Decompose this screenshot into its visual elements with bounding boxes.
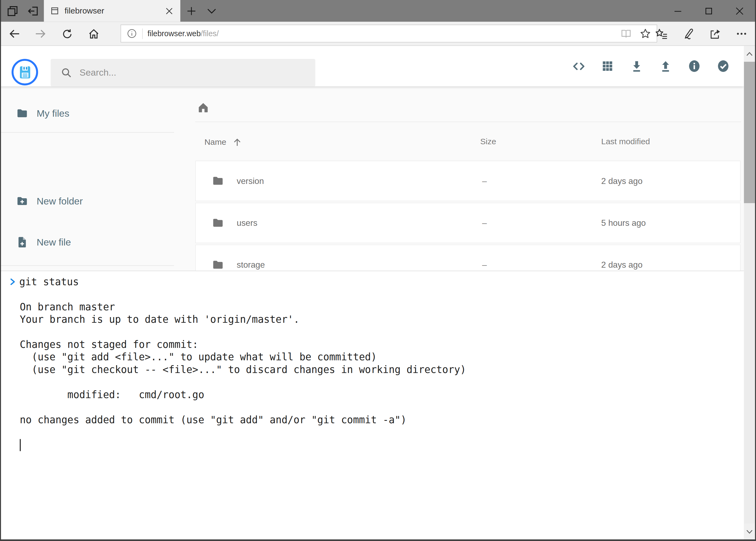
file-name: version <box>237 176 264 186</box>
prompt-chevron-icon <box>10 277 16 286</box>
url-host: filebrowser.web <box>147 29 201 37</box>
raw-code-icon[interactable] <box>564 52 593 81</box>
page-scrollbar[interactable] <box>744 46 755 539</box>
sidebar-item-label: New file <box>37 237 71 248</box>
file-row-version[interactable]: version – 2 days ago <box>195 161 740 201</box>
grid-view-icon[interactable] <box>593 52 622 81</box>
download-icon[interactable] <box>622 52 651 81</box>
url-path: /files/ <box>201 29 219 37</box>
scroll-down-icon[interactable] <box>744 523 755 539</box>
app-header: Search... <box>0 46 744 86</box>
web-note-pen-icon[interactable] <box>677 23 699 45</box>
file-size: – <box>482 218 487 228</box>
terminal-line: (use "git add <file>..." to update what … <box>20 351 739 363</box>
terminal-line: On branch master <box>20 300 739 313</box>
site-info-icon[interactable] <box>127 28 137 39</box>
scrollbar-thumb[interactable] <box>744 62 755 203</box>
titlebar: filebrowser <box>0 0 756 22</box>
tab-favicon-icon <box>50 6 59 15</box>
terminal-line <box>20 376 739 388</box>
terminal-line <box>20 288 739 300</box>
terminal-line: (use "git checkout -- <file>..." to disc… <box>20 363 739 376</box>
file-modified: 5 hours ago <box>601 218 646 228</box>
upload-icon[interactable] <box>651 52 680 81</box>
browser-toolbar: filebrowser.web/files/ <box>0 22 756 46</box>
window-border-right <box>755 0 756 541</box>
browser-window: filebrowser <box>0 0 756 541</box>
forward-icon[interactable] <box>29 23 52 45</box>
search-icon <box>61 67 72 78</box>
refresh-icon[interactable] <box>56 23 78 45</box>
window-border-left <box>0 0 1 541</box>
filebrowser-logo-icon[interactable] <box>12 59 38 85</box>
new-tab-icon[interactable] <box>183 0 200 22</box>
terminal-line: Your branch is up to date with 'origin/m… <box>20 313 739 325</box>
file-modified: 2 days ago <box>601 260 642 270</box>
header-actions <box>564 46 738 86</box>
close-window-button[interactable] <box>725 0 754 22</box>
close-tab-icon[interactable] <box>161 3 177 19</box>
terminal-cursor-row <box>20 439 739 451</box>
url-text: filebrowser.web/files/ <box>147 29 219 38</box>
reading-view-icon[interactable] <box>616 25 635 42</box>
tab-list-chevron-icon[interactable] <box>203 0 220 22</box>
select-multiple-check-icon[interactable] <box>709 52 738 81</box>
page-content: Search... <box>0 46 744 539</box>
terminal-line <box>20 326 739 338</box>
file-row-users[interactable]: users – 5 hours ago <box>195 203 740 243</box>
address-bar[interactable]: filebrowser.web/files/ <box>121 25 657 42</box>
search-placeholder: Search... <box>80 67 116 78</box>
sidebar-item-label: New folder <box>37 196 83 207</box>
terminal-line <box>20 401 739 413</box>
terminal-prompt-row: git status <box>10 275 739 288</box>
sidebar-item-new-folder[interactable]: New folder <box>0 188 174 215</box>
file-modified: 2 days ago <box>601 176 642 186</box>
file-plus-icon <box>16 236 28 249</box>
sidebar-item-new-file[interactable]: New file <box>0 229 174 256</box>
terminal-command: git status <box>19 275 79 288</box>
back-icon[interactable] <box>4 23 26 45</box>
browser-tab[interactable]: filebrowser <box>44 0 180 22</box>
terminal-line: no changes added to commit (use "git add… <box>20 413 739 426</box>
file-name: storage <box>237 260 265 270</box>
set-tabs-aside-icon[interactable] <box>24 0 41 22</box>
sidebar-item-label: My files <box>37 108 69 119</box>
terminal-output: git status On branch master Your branch … <box>10 275 739 451</box>
scroll-up-icon[interactable] <box>744 46 755 62</box>
sidebar-divider <box>0 265 174 266</box>
terminal-line: modified: cmd/root.go <box>20 388 739 401</box>
file-size: – <box>482 260 487 270</box>
terminal-panel[interactable]: git status On branch master Your branch … <box>0 270 744 539</box>
file-name: users <box>237 218 257 228</box>
file-size: – <box>482 176 487 186</box>
minimize-button[interactable] <box>663 0 692 22</box>
folder-icon <box>212 259 224 271</box>
terminal-cursor <box>20 439 21 451</box>
address-separator <box>142 28 143 39</box>
tab-title: filebrowser <box>65 6 161 16</box>
folder-icon <box>212 175 224 187</box>
more-options-icon[interactable] <box>730 23 752 45</box>
share-icon[interactable] <box>704 23 726 45</box>
tab-preview-icon[interactable] <box>4 0 21 22</box>
home-icon[interactable] <box>82 23 105 45</box>
favorites-hub-icon[interactable] <box>650 23 672 45</box>
info-icon[interactable] <box>680 52 709 81</box>
folder-icon <box>16 107 28 120</box>
maximize-button[interactable] <box>694 0 723 22</box>
sidebar-item-my-files[interactable]: My files <box>0 100 174 127</box>
folder-icon <box>212 217 224 229</box>
sidebar-divider <box>0 132 174 133</box>
window-border-bottom <box>0 539 756 541</box>
folder-plus-icon <box>16 195 28 208</box>
terminal-line: Changes not staged for commit: <box>20 338 739 350</box>
terminal-line <box>20 426 739 438</box>
search-input[interactable]: Search... <box>51 59 316 86</box>
